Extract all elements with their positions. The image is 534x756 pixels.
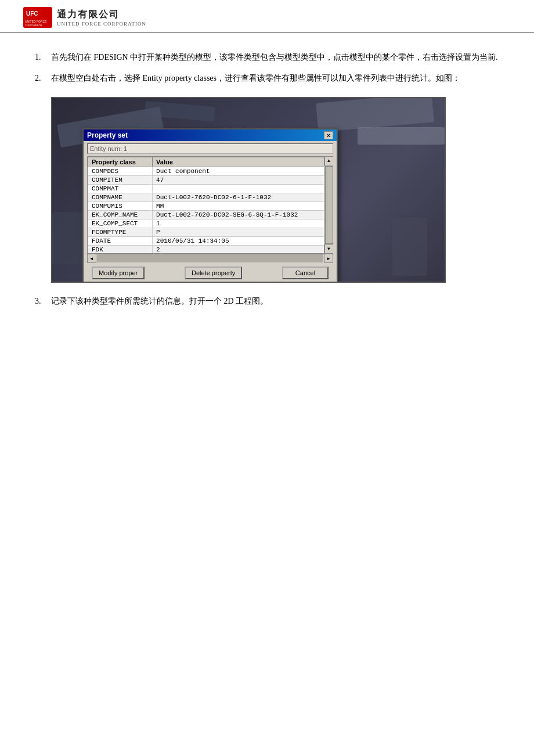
step-2-text: 在模型空白处右击，选择 Entity property classes，进行查看… [51,71,460,85]
step-3-number: 3. [35,294,46,308]
scroll-left-arrow[interactable]: ◄ [87,254,96,263]
property-class-cell: COMPUMIS [88,201,153,210]
table-row: COMPDESDuct component [88,167,333,175]
property-value-cell: 1 [153,219,333,228]
step-1-number: 1. [35,51,46,64]
dialog-title: Property set [87,131,128,139]
svg-text:UNITED FORCE: UNITED FORCE [25,20,47,23]
property-value-cell: 47 [153,175,333,184]
table-row: EK_COMP_NAMEDuct-L002-7620-DC02-SEG-6-SQ… [88,210,333,219]
company-cn: 通力有限公司 [57,9,146,21]
property-class-cell: COMPMAT [88,184,153,193]
company-en: UNITED FORCE CORPORATION [57,21,146,27]
property-value-cell [153,184,333,193]
table-row: COMPITEM47 [88,175,333,184]
table-row: FDATE2010/05/31 14:34:05 [88,236,333,245]
property-class-cell: COMPITEM [88,175,153,184]
main-content: 1. 首先我们在 FDESIGN 中打开某种类型的模型，该零件类型包含与模型类型… [0,33,534,338]
scroll-up-arrow[interactable]: ▲ [324,156,334,165]
table-row: EK_COMP_SECT1 [88,219,333,228]
property-class-cell: EK_COMP_SECT [88,219,153,228]
scroll-down-arrow[interactable]: ▼ [324,244,334,254]
dialog-buttons: Modify proper Delete property Cancel [87,263,333,283]
property-value-cell: MM [153,201,333,210]
col-value: Value [153,157,333,167]
property-class-cell: FCOMPTYPE [88,228,153,236]
property-value-cell: Duct-L002-7620-DC02-SEG-6-SQ-1-F-1032 [153,210,333,219]
horiz-scrollbar[interactable]: ◄ ► [87,254,333,263]
step-2-number: 2. [35,71,46,85]
table-row: COMPNAMEDuct-L002-7620-DC02-6-1-F-1032 [88,193,333,201]
company-name: 通力有限公司 UNITED FORCE CORPORATION [57,9,146,27]
page-header: UFC UNITED FORCE CORPORATION 通力有限公司 UNIT… [0,0,534,33]
delete-property-button[interactable]: Delete property [185,267,242,279]
property-table: Property class Value COMPDESDuct compone… [88,157,333,254]
step-3-item: 3. 记录下该种类型零件所需统计的信息。打开一个 2D 工程图。 [35,294,499,308]
logo: UFC UNITED FORCE CORPORATION 通力有限公司 UNIT… [23,7,146,28]
property-class-cell: FDATE [88,236,153,245]
col-property-class: Property class [88,157,153,167]
entity-label: Entity num: 1 [87,143,333,154]
step-1: 1. 首先我们在 FDESIGN 中打开某种类型的模型，该零件类型包含与模型类型… [35,51,499,64]
scroll-right-arrow[interactable]: ► [324,254,333,263]
step-2: 2. 在模型空白处右击，选择 Entity property classes，进… [35,71,499,85]
duct-bg-5 [392,218,427,276]
dialog-close-button[interactable]: × [324,131,333,139]
scroll-thumb[interactable] [325,166,333,244]
property-value-cell: P [153,228,333,236]
modify-property-button[interactable]: Modify proper [92,267,145,279]
property-value-cell: Duct-L002-7620-DC02-6-1-F-1032 [153,193,333,201]
table-container: Property class Value COMPDESDuct compone… [87,156,333,254]
property-dialog: Property set × Entity num: 1 Property cl… [82,128,338,283]
property-value-cell: Duct component [153,167,333,175]
property-class-cell: COMPNAME [88,193,153,201]
property-class-cell: EK_COMP_NAME [88,210,153,219]
dialog-body: Entity num: 1 Property class Value CO [84,141,337,283]
scrollbar-right[interactable]: ▲ ▼ [324,156,333,254]
svg-text:UFC: UFC [26,10,38,17]
logo-icon: UFC UNITED FORCE CORPORATION [23,7,52,28]
step-3: 3. 记录下该种类型零件所需统计的信息。打开一个 2D 工程图。 [35,294,499,308]
property-value-cell: 2010/05/31 14:34:05 [153,236,333,245]
step-1-text: 首先我们在 FDESIGN 中打开某种类型的模型，该零件类型包含与模型类型中，点… [51,51,498,64]
svg-text:CORPORATION: CORPORATION [25,24,42,27]
table-row: FCOMPTYPEP [88,228,333,236]
cancel-button[interactable]: Cancel [282,267,329,279]
step-3-text: 记录下该种类型零件所需统计的信息。打开一个 2D 工程图。 [51,294,268,308]
table-row: FDK2 [88,245,333,254]
property-class-cell: COMPDES [88,167,153,175]
table-row: COMPMAT [88,184,333,193]
duct-bg-6 [358,127,445,145]
horiz-scroll-track[interactable] [97,254,323,262]
step-list: 1. 首先我们在 FDESIGN 中打开某种类型的模型，该零件类型包含与模型类型… [35,51,499,85]
dialog-title-bar: Property set × [84,129,337,141]
table-row: COMPUMISMM [88,201,333,210]
property-table-area: Property class Value COMPDESDuct compone… [87,156,333,254]
property-value-cell: 2 [153,245,333,254]
screenshot-area: Property set × Entity num: 1 Property cl… [51,97,446,283]
property-class-cell: FDK [88,245,153,254]
